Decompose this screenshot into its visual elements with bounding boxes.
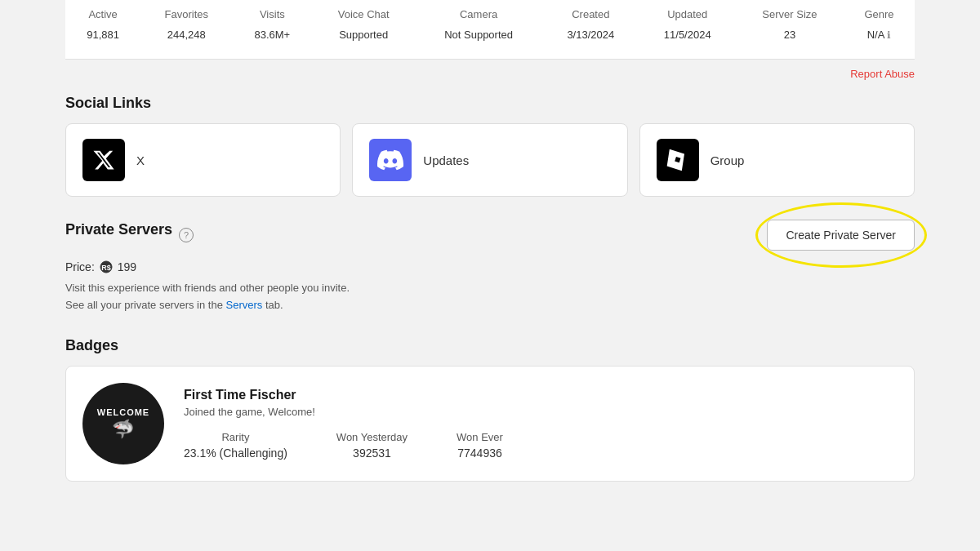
stats-section: ActiveFavoritesVisitsVoice ChatCameraCre… bbox=[65, 0, 915, 60]
svg-text:R$: R$ bbox=[101, 264, 111, 272]
badges-title: Badges bbox=[65, 337, 915, 354]
badge-card: WELCOME 🦈 First Time Fischer Joined the … bbox=[65, 366, 915, 482]
private-servers-section: Private Servers ? Create Private Server … bbox=[65, 220, 915, 314]
badge-stat-rarity: Rarity 23.1% (Challenging) bbox=[184, 431, 287, 460]
stats-value-cell: 3/13/2024 bbox=[542, 25, 639, 49]
badge-shark-icon: 🦈 bbox=[112, 419, 134, 440]
badge-info: First Time Fischer Joined the game, Welc… bbox=[184, 388, 898, 460]
badge-description: Joined the game, Welcome! bbox=[184, 406, 898, 418]
x-label: X bbox=[136, 153, 145, 167]
stats-header-cell: Genre bbox=[844, 0, 915, 25]
private-servers-help-icon[interactable]: ? bbox=[179, 228, 194, 242]
discord-label: Updates bbox=[423, 153, 469, 167]
private-servers-title-row: Private Servers ? bbox=[65, 221, 194, 250]
stats-table: ActiveFavoritesVisitsVoice ChatCameraCre… bbox=[65, 0, 915, 49]
servers-tab-link[interactable]: Servers bbox=[226, 299, 263, 311]
badge-name: First Time Fischer bbox=[184, 388, 898, 402]
x-icon-box bbox=[82, 139, 125, 181]
badge-welcome-text: WELCOME bbox=[97, 407, 149, 417]
create-server-btn-wrapper: Create Private Server bbox=[767, 220, 915, 251]
social-links-title: Social Links bbox=[65, 95, 915, 112]
social-link-x[interactable]: X bbox=[65, 123, 341, 197]
badge-stat-won-yesterday: Won Yesterday 392531 bbox=[336, 431, 408, 460]
stats-value-cell: 83.6M+ bbox=[232, 25, 312, 49]
social-link-roblox[interactable]: Group bbox=[639, 123, 915, 197]
stats-header-row: ActiveFavoritesVisitsVoice ChatCameraCre… bbox=[65, 0, 915, 25]
stats-value-cell: N/A ℹ bbox=[844, 25, 915, 49]
roblox-group-label: Group bbox=[710, 153, 745, 167]
x-logo-icon bbox=[92, 149, 115, 171]
discord-icon-box bbox=[369, 139, 412, 181]
stats-value-cell: 91,881 bbox=[65, 25, 140, 49]
stats-header-cell: Created bbox=[542, 0, 639, 25]
stats-value-cell: 11/5/2024 bbox=[639, 25, 736, 49]
social-links-grid: X Updates Group bbox=[65, 123, 915, 197]
stats-value-cell: 244,248 bbox=[140, 25, 232, 49]
badges-section: Badges WELCOME 🦈 First Time Fischer Join… bbox=[65, 337, 915, 482]
stats-header-cell: Camera bbox=[415, 0, 542, 25]
report-abuse-link[interactable]: Report Abuse bbox=[850, 68, 915, 80]
rarity-label: Rarity bbox=[221, 431, 249, 443]
discord-logo-icon bbox=[377, 147, 403, 173]
stats-header-cell: Voice Chat bbox=[312, 0, 415, 25]
report-abuse-row: Report Abuse bbox=[65, 60, 915, 95]
private-servers-header: Private Servers ? Create Private Server bbox=[65, 220, 915, 251]
won-yesterday-value: 392531 bbox=[353, 447, 391, 460]
won-ever-value: 7744936 bbox=[457, 447, 502, 460]
stats-header-cell: Server Size bbox=[736, 0, 844, 25]
robux-icon: R$ bbox=[100, 260, 113, 273]
create-private-server-button[interactable]: Create Private Server bbox=[767, 220, 915, 251]
price-value: 199 bbox=[118, 260, 136, 273]
stats-header-cell: Visits bbox=[232, 0, 312, 25]
roblox-logo-icon bbox=[665, 147, 691, 173]
private-servers-title: Private Servers bbox=[65, 221, 172, 238]
stats-value-cell: Not Supported bbox=[415, 25, 542, 49]
stats-header-cell: Updated bbox=[639, 0, 736, 25]
stats-value-cell: 23 bbox=[736, 25, 844, 49]
badge-stat-won-ever: Won Ever 7744936 bbox=[457, 431, 503, 460]
stats-header-cell: Active bbox=[65, 0, 140, 25]
won-ever-label: Won Ever bbox=[457, 431, 503, 443]
private-servers-description: Visit this experience with friends and o… bbox=[65, 280, 915, 314]
badge-stats: Rarity 23.1% (Challenging) Won Yesterday… bbox=[184, 431, 898, 460]
roblox-icon-box bbox=[657, 139, 699, 181]
price-row: Price: R$ 199 bbox=[65, 260, 915, 273]
social-link-discord[interactable]: Updates bbox=[352, 123, 627, 197]
stats-header-cell: Favorites bbox=[140, 0, 232, 25]
badge-image: WELCOME 🦈 bbox=[82, 383, 164, 464]
stats-value-cell: Supported bbox=[312, 25, 415, 49]
social-links-section: Social Links X Updates bbox=[65, 95, 915, 197]
genre-info-icon[interactable]: ℹ bbox=[887, 29, 891, 41]
rarity-value: 23.1% (Challenging) bbox=[184, 447, 287, 460]
price-label: Price: bbox=[65, 260, 95, 273]
stats-values-row: 91,881244,24883.6M+SupportedNot Supporte… bbox=[65, 25, 915, 49]
won-yesterday-label: Won Yesterday bbox=[336, 431, 408, 443]
